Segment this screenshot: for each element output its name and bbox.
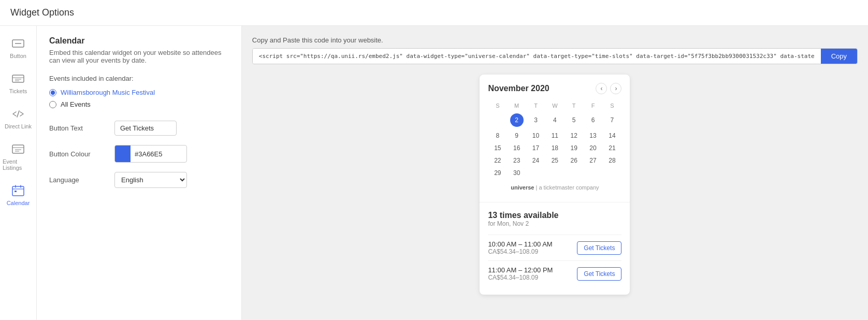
cal-cell[interactable]: 19 [565, 142, 584, 154]
cal-cell-2[interactable]: 2 [507, 111, 526, 129]
options-description: Embed this calendar widget on your websi… [49, 49, 229, 64]
cal-cell[interactable]: 30 [507, 167, 526, 179]
cal-cell[interactable]: 11 [545, 129, 565, 142]
sidebar-item-button[interactable]: Button [0, 31, 36, 64]
language-label: Language [49, 176, 106, 184]
cal-cell[interactable]: 20 [584, 142, 603, 154]
language-select[interactable]: English French Spanish German [114, 172, 187, 188]
cal-header: November 2020 ‹ › [488, 83, 621, 94]
cal-cell[interactable]: 18 [545, 142, 565, 154]
cal-cell [584, 167, 603, 179]
cal-cell[interactable]: 25 [545, 154, 565, 167]
button-colour-row: Button Colour [49, 145, 229, 163]
sidebar-item-label: Tickets [9, 88, 27, 94]
cal-cell[interactable]: 27 [584, 154, 603, 167]
get-tickets-btn-2[interactable]: Get Tickets [577, 267, 621, 281]
cal-cell[interactable]: 13 [584, 129, 603, 142]
radio-specific[interactable] [49, 89, 56, 96]
radio-item-specific[interactable]: Williamsborough Music Festival [49, 89, 229, 96]
cal-cell [526, 167, 545, 179]
cal-cell [602, 167, 621, 179]
svg-rect-7 [12, 145, 24, 153]
cal-cell[interactable]: 22 [488, 154, 507, 167]
button-colour-label: Button Colour [49, 150, 106, 158]
sidebar-item-label: Direct Link [5, 123, 32, 129]
copy-button[interactable]: Copy [821, 49, 857, 64]
cal-cell[interactable]: 10 [526, 129, 545, 142]
cal-cell [545, 167, 565, 179]
sidebar-item-label: Event Listings [3, 158, 34, 171]
cal-cell[interactable]: 8 [488, 129, 507, 142]
table-row: 29 30 [488, 167, 621, 179]
code-snippet: <script src="https://qa.unii.rs/embed2.j… [253, 49, 821, 64]
sidebar-item-direct-link[interactable]: Direct Link [0, 101, 36, 135]
time-info-1: 10:00 AM – 11:00 AM CA$54.34–108.09 [488, 240, 552, 255]
radio-all-label: All Events [61, 100, 91, 108]
sidebar-item-label: Button [10, 53, 26, 59]
cal-grid: S M T W T F S 2 [488, 100, 621, 179]
table-row: 2 3 4 5 6 7 [488, 111, 621, 129]
price-range-1: CA$54.34–108.09 [488, 248, 552, 255]
code-header: Copy and Paste this code into your websi… [252, 36, 858, 44]
events-label: Events included in calendar: [49, 75, 229, 82]
cal-cell[interactable]: 23 [507, 154, 526, 167]
sidebar-item-event-listings[interactable]: Event Listings [0, 137, 36, 176]
radio-all[interactable] [49, 101, 56, 108]
svg-line-6 [17, 111, 19, 117]
cal-cell[interactable]: 24 [526, 154, 545, 167]
times-date: for Mon, Nov 2 [488, 220, 621, 227]
button-text-input[interactable] [114, 121, 177, 136]
cal-brand: universe | a ticketmaster company [511, 184, 599, 191]
cal-cell[interactable]: 12 [565, 129, 584, 142]
cal-day-t1: T [526, 100, 545, 111]
cal-cell[interactable]: 15 [488, 142, 507, 154]
svg-rect-11 [12, 186, 24, 196]
cal-day-m: M [507, 100, 526, 111]
sidebar-item-calendar[interactable]: Calendar [0, 178, 36, 211]
color-input-wrapper[interactable] [114, 145, 187, 163]
color-text-input[interactable] [131, 147, 182, 161]
widget-preview: November 2020 ‹ › S M T W [480, 75, 630, 295]
cal-prev-btn[interactable]: ‹ [596, 83, 607, 94]
svg-rect-2 [12, 75, 24, 82]
cal-day-w: W [545, 100, 565, 111]
calendar-icon [11, 183, 25, 198]
events-radio-group: Williamsborough Music Festival All Event… [49, 89, 229, 108]
cal-cell[interactable]: 6 [584, 111, 603, 129]
cal-cell[interactable]: 9 [507, 129, 526, 142]
page-title: Widget Options [0, 0, 868, 26]
cal-cell[interactable]: 29 [488, 167, 507, 179]
get-tickets-btn-1[interactable]: Get Tickets [577, 241, 621, 255]
cal-next-btn[interactable]: › [610, 83, 621, 94]
cal-day-s2: S [602, 100, 621, 111]
cal-cell[interactable]: 28 [602, 154, 621, 167]
cal-day-t2: T [565, 100, 584, 111]
cal-nav: ‹ › [596, 83, 621, 94]
cal-cell[interactable]: 17 [526, 142, 545, 154]
cal-cell[interactable]: 14 [602, 129, 621, 142]
table-row: 8 9 10 11 12 13 14 [488, 129, 621, 142]
cal-cell [565, 167, 584, 179]
sidebar-item-tickets[interactable]: Tickets [0, 66, 36, 99]
times-header: 13 times available for Mon, Nov 2 [488, 211, 621, 227]
cal-cell[interactable]: 21 [602, 142, 621, 154]
button-text-row: Button Text [49, 121, 229, 136]
cal-day-f: F [584, 100, 603, 111]
cal-cell[interactable]: 16 [507, 142, 526, 154]
price-range-2: CA$54.34–108.09 [488, 274, 553, 281]
sidebar-item-label: Calendar [7, 200, 30, 206]
cal-cell[interactable]: 4 [545, 111, 565, 129]
calendar-section: November 2020 ‹ › S M T W [480, 75, 630, 202]
cal-cell[interactable]: 3 [526, 111, 545, 129]
cal-footer: universe | a ticketmaster company [488, 179, 621, 194]
cal-cell[interactable]: 7 [602, 111, 621, 129]
radio-item-all[interactable]: All Events [49, 100, 229, 108]
language-row: Language English French Spanish German [49, 172, 229, 188]
button-icon [11, 36, 25, 51]
main-content: Button Tickets [0, 26, 868, 320]
cal-cell[interactable]: 5 [565, 111, 584, 129]
cal-day-s1: S [488, 100, 507, 111]
time-slot-1: 10:00 AM – 11:00 AM CA$54.34–108.09 Get … [488, 235, 621, 260]
cal-cell[interactable]: 26 [565, 154, 584, 167]
event-listings-icon [11, 142, 25, 156]
